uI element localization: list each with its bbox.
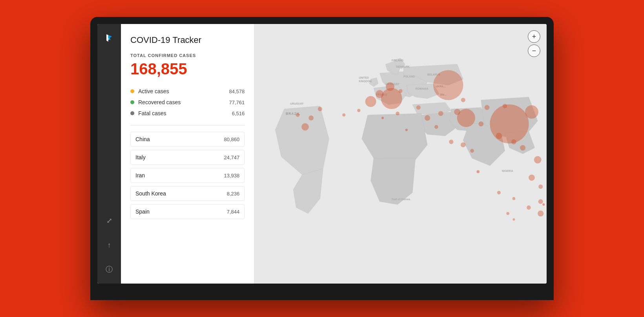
recovered-cases-label: Recovered cases: [138, 99, 181, 105]
fatal-cases-count: 6,516: [232, 111, 245, 116]
svg-text:ROMANIA: ROMANIA: [415, 87, 428, 90]
active-dot: [130, 89, 134, 93]
svg-point-16: [490, 105, 529, 144]
map-area[interactable]: BRAZIL UNITED KINGDOM GERMANY POLAND BEL…: [254, 24, 547, 284]
fatal-cases-row: Fatal cases 6,516: [130, 108, 245, 119]
svg-text:Gulf of Guinea: Gulf of Guinea: [392, 198, 410, 201]
svg-point-55: [512, 197, 516, 200]
svg-point-44: [318, 107, 322, 111]
svg-point-38: [396, 112, 399, 115]
svg-point-54: [497, 191, 501, 194]
svg-point-30: [511, 140, 516, 144]
svg-point-47: [399, 89, 402, 93]
country-name-iran: Iran: [135, 172, 145, 179]
svg-point-21: [386, 83, 394, 91]
svg-point-60: [512, 218, 515, 221]
svg-text:UNITED: UNITED: [359, 76, 369, 79]
svg-point-49: [434, 70, 463, 100]
svg-point-28: [461, 98, 465, 102]
country-row-china[interactable]: China 80,860: [130, 132, 245, 147]
country-count-spain: 7,844: [227, 209, 240, 215]
svg-point-56: [527, 205, 531, 210]
svg-point-41: [302, 123, 309, 131]
expand-icon[interactable]: ⤢: [103, 214, 115, 227]
svg-text:FINLAND: FINLAND: [392, 59, 403, 62]
country-row-south-korea[interactable]: South Korea 8,236: [130, 186, 245, 201]
country-count-iran: 13,938: [224, 173, 240, 179]
bing-logo: [102, 32, 116, 46]
svg-point-29: [496, 133, 502, 139]
svg-point-36: [470, 149, 474, 153]
country-name-south-korea: South Korea: [135, 190, 166, 197]
zoom-out-button[interactable]: −: [528, 44, 540, 57]
zoom-in-button[interactable]: +: [528, 30, 540, 43]
country-row-spain[interactable]: Spain 7,844: [130, 204, 245, 219]
total-label: TOTAL CONFIRMED CASES: [130, 53, 245, 58]
total-number: 168,855: [130, 60, 245, 78]
recovered-cases-count: 77,761: [229, 100, 245, 105]
svg-text:POLAND: POLAND: [404, 75, 415, 78]
country-row-iran[interactable]: Iran 13,938: [130, 168, 245, 183]
svg-point-59: [507, 212, 510, 215]
svg-point-58: [538, 199, 543, 204]
recovered-dot: [130, 100, 134, 104]
svg-point-27: [438, 111, 443, 116]
svg-point-37: [435, 125, 438, 129]
info-panel: COVID-19 Tracker TOTAL CONFIRMED CASES 1…: [121, 24, 254, 284]
country-count-south-korea: 8,236: [227, 191, 240, 197]
divider: [130, 125, 245, 125]
laptop-frame: ⤢ ↑ ⓘ COVID-19 Tracker TOTAL CONFIRMED C…: [90, 17, 554, 300]
country-count-china: 80,860: [224, 136, 240, 142]
svg-point-53: [542, 203, 545, 206]
svg-text:KINGDOM: KINGDOM: [359, 80, 372, 83]
svg-point-45: [503, 104, 507, 108]
active-cases-count: 84,578: [229, 88, 245, 94]
country-count-italy: 24,747: [224, 155, 240, 160]
svg-text:DENMARK: DENMARK: [396, 65, 410, 68]
svg-point-26: [416, 105, 421, 110]
svg-point-50: [381, 117, 384, 119]
active-cases-label: Active cases: [138, 88, 169, 94]
svg-point-19: [525, 105, 538, 118]
svg-point-57: [538, 210, 543, 216]
active-cases-row: Active cases 84,578: [130, 86, 245, 97]
svg-point-33: [529, 175, 534, 181]
country-name-spain: Spain: [135, 208, 150, 215]
svg-point-48: [449, 140, 454, 144]
svg-point-43: [296, 113, 300, 117]
svg-point-52: [477, 170, 480, 173]
fatal-cases-label: Fatal cases: [138, 110, 166, 116]
world-map-svg: BRAZIL UNITED KINGDOM GERMANY POLAND BEL…: [254, 24, 547, 284]
fatal-dot: [130, 111, 134, 115]
svg-text:NIGERIA: NIGERIA: [502, 170, 513, 172]
svg-point-34: [539, 184, 543, 189]
svg-point-32: [534, 156, 541, 163]
svg-point-39: [357, 109, 360, 112]
country-name-italy: Italy: [135, 154, 146, 160]
zoom-controls: + −: [528, 30, 540, 57]
svg-point-51: [405, 129, 408, 131]
svg-point-40: [342, 114, 346, 117]
info-icon[interactable]: ⓘ: [103, 263, 115, 276]
share-icon[interactable]: ↑: [103, 239, 115, 251]
sidebar: ⤢ ↑ ⓘ: [97, 24, 121, 284]
country-row-italy[interactable]: Italy 24,747: [130, 150, 245, 165]
recovered-cases-row: Recovered cases 77,761: [130, 97, 245, 108]
svg-point-23: [454, 109, 460, 115]
svg-point-22: [376, 90, 384, 98]
svg-point-42: [309, 116, 313, 120]
svg-point-46: [485, 105, 489, 110]
country-name-china: China: [135, 136, 150, 142]
svg-point-24: [479, 122, 483, 126]
svg-text:URUGUAY: URUGUAY: [290, 102, 304, 105]
svg-point-20: [365, 96, 376, 107]
app-title: COVID-19 Tracker: [130, 35, 245, 45]
svg-point-35: [461, 142, 465, 147]
svg-point-31: [520, 145, 525, 151]
screen: ⤢ ↑ ⓘ COVID-19 Tracker TOTAL CONFIRMED C…: [97, 24, 547, 284]
svg-point-25: [424, 115, 430, 121]
